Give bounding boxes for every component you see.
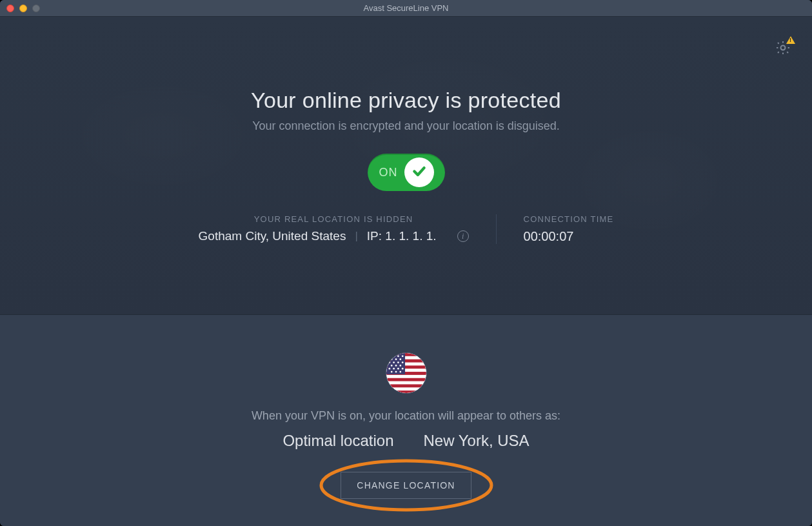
svg-point-14 [401, 355, 403, 357]
real-location-label: YOUR REAL LOCATION IS HIDDEN [199, 214, 469, 224]
svg-point-30 [395, 371, 397, 373]
vpn-toggle-label: ON [379, 166, 398, 179]
svg-point-11 [388, 355, 390, 357]
zoom-window-button[interactable] [32, 5, 40, 12]
svg-point-17 [399, 358, 401, 360]
apparent-location-line: Optimal location New York, USA [282, 432, 529, 450]
change-location-button[interactable]: CHANGE LOCATION [341, 472, 471, 499]
location-panel: When your VPN is on, your location will … [0, 315, 812, 526]
minimize-window-button[interactable] [19, 5, 27, 12]
status-subheadline: Your connection is encrypted and your lo… [0, 119, 812, 133]
svg-point-19 [393, 361, 395, 363]
svg-rect-9 [386, 390, 426, 394]
apparent-mode: Optimal location [282, 432, 393, 450]
svg-point-31 [399, 371, 401, 373]
real-location-value: Gotham City, United States [199, 229, 346, 243]
gear-icon [775, 39, 791, 56]
close-window-button[interactable] [6, 5, 14, 12]
svg-point-16 [395, 358, 397, 360]
connection-time-value: 00:00:07 [524, 229, 614, 244]
connection-time-section: CONNECTION TIME 00:00:07 [497, 214, 614, 244]
status-headline: Your online privacy is protected [0, 88, 812, 113]
separator: | [355, 230, 357, 243]
svg-point-22 [390, 365, 392, 367]
apparent-location-caption: When your VPN is on, your location will … [252, 409, 560, 423]
svg-rect-3 [386, 353, 426, 356]
apparent-location-value: New York, USA [424, 432, 530, 450]
svg-point-20 [397, 361, 399, 363]
svg-point-24 [399, 365, 401, 367]
window-controls [6, 5, 40, 12]
connection-time-label: CONNECTION TIME [524, 214, 614, 224]
warning-icon [786, 36, 795, 44]
svg-point-29 [390, 371, 392, 373]
svg-rect-8 [386, 384, 426, 387]
settings-button[interactable] [775, 39, 791, 59]
svg-point-0 [781, 46, 786, 50]
window-title: Avast SecureLine VPN [364, 3, 449, 13]
svg-point-27 [397, 368, 399, 370]
svg-point-18 [388, 361, 390, 363]
svg-point-23 [395, 365, 397, 367]
svg-point-26 [393, 368, 395, 370]
status-panel: Your online privacy is protected Your co… [0, 17, 812, 315]
toggle-knob [404, 157, 434, 187]
svg-rect-7 [386, 378, 426, 381]
info-icon[interactable]: i [457, 230, 469, 242]
svg-point-13 [397, 355, 399, 357]
real-ip-value: IP: 1. 1. 1. 1. [367, 229, 437, 243]
check-icon [411, 163, 428, 182]
svg-point-25 [388, 368, 390, 370]
info-row: YOUR REAL LOCATION IS HIDDEN Gotham City… [0, 214, 812, 244]
app-window: Avast SecureLine VPN Your online privacy… [0, 0, 812, 526]
svg-point-15 [390, 358, 392, 360]
svg-point-12 [393, 355, 395, 357]
svg-point-21 [401, 361, 403, 363]
flag-icon [386, 352, 427, 394]
vpn-toggle[interactable]: ON [368, 154, 445, 191]
titlebar: Avast SecureLine VPN [0, 0, 812, 17]
real-location-section: YOUR REAL LOCATION IS HIDDEN Gotham City… [199, 214, 497, 244]
svg-point-28 [401, 368, 403, 370]
